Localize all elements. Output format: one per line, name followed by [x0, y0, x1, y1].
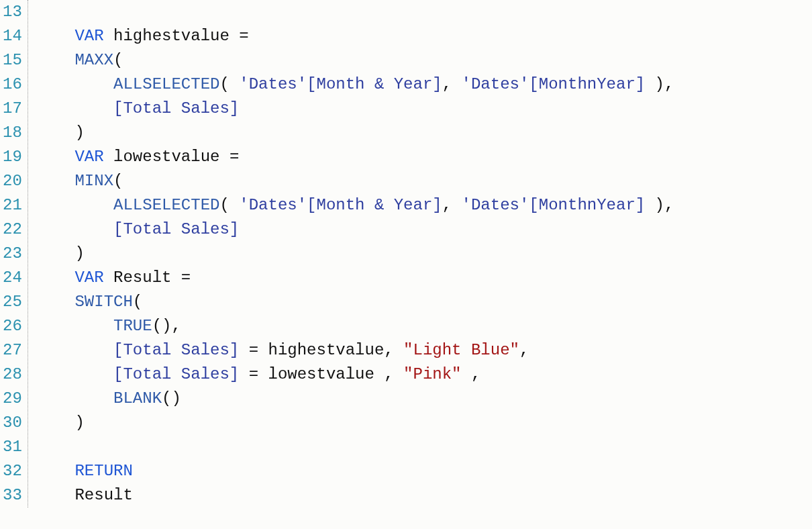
token-pun: ), [645, 75, 674, 93]
token-col: [Total Sales] [113, 99, 239, 117]
line-number: 19 [3, 145, 22, 169]
token-ident: lowestvalue [104, 148, 230, 166]
token-pun [36, 27, 75, 45]
token-pun [36, 293, 75, 311]
token-pun [36, 341, 113, 359]
token-pun [36, 486, 75, 504]
token-pun [36, 244, 75, 262]
token-ident: Result [104, 269, 181, 287]
code-line[interactable]: MINX( [36, 169, 812, 193]
token-ident: highestvalue [104, 27, 240, 45]
line-number: 15 [3, 48, 22, 73]
token-pun [36, 462, 75, 480]
code-line[interactable]: VAR lowestvalue = [36, 145, 812, 169]
token-str: "Pink" [403, 365, 461, 383]
code-line[interactable]: [Total Sales] [36, 97, 812, 121]
token-pun: ) [74, 414, 84, 432]
code-line[interactable]: [Total Sales] = highestvalue, "Light Blu… [36, 338, 812, 363]
token-str: "Light Blue" [403, 341, 519, 359]
token-pun [36, 365, 113, 383]
token-pun: ) [74, 124, 84, 142]
token-col: [Total Sales] [113, 365, 239, 383]
code-line[interactable]: VAR highestvalue = [36, 24, 812, 48]
line-number: 21 [3, 193, 22, 218]
token-pun: (), [152, 317, 181, 335]
line-number: 33 [3, 483, 22, 508]
token-pun [36, 172, 75, 190]
token-pun: ( [219, 196, 239, 214]
line-number: 14 [3, 24, 22, 48]
token-col: 'Dates'[MonthnYear] [462, 75, 646, 93]
code-line[interactable]: [Total Sales] = lowestvalue , "Pink" , [36, 363, 812, 387]
token-pun: = [181, 269, 191, 287]
token-ident: = highestvalue, [239, 341, 403, 359]
line-number: 29 [3, 387, 22, 411]
token-col: 'Dates'[Month & Year] [239, 75, 442, 93]
token-pun [36, 317, 113, 335]
code-line[interactable]: ) [36, 411, 812, 435]
token-kw: VAR [74, 148, 103, 166]
code-line[interactable]: TRUE(), [36, 314, 812, 338]
token-pun: ( [113, 51, 123, 69]
token-ident: Result [74, 486, 132, 504]
token-pun: ( [133, 293, 142, 311]
token-pun: , [442, 196, 462, 214]
token-fn: ALLSELECTED [113, 75, 219, 93]
token-col: [Total Sales] [113, 220, 239, 238]
token-pun: = [239, 27, 248, 45]
token-pun [36, 124, 75, 142]
token-pun [36, 75, 113, 93]
token-fn: SWITCH [74, 293, 132, 311]
code-line[interactable]: RETURN [36, 459, 812, 483]
token-pun: () [162, 389, 181, 407]
token-pun: ( [113, 172, 123, 190]
code-line[interactable] [36, 0, 812, 24]
line-number: 31 [3, 435, 22, 459]
token-col: [Total Sales] [113, 341, 239, 359]
line-number: 22 [3, 218, 22, 242]
token-pun: ( [219, 75, 239, 93]
token-pun [36, 148, 75, 166]
token-fn: TRUE [113, 317, 152, 335]
token-fn: BLANK [113, 389, 162, 407]
token-pun [36, 269, 75, 287]
code-line[interactable]: MAXX( [36, 48, 812, 73]
code-line[interactable]: ) [36, 242, 812, 266]
code-line[interactable]: SWITCH( [36, 290, 812, 314]
token-pun [36, 51, 75, 69]
code-line[interactable]: Result [36, 483, 812, 508]
line-number: 27 [3, 338, 22, 363]
token-pun [36, 389, 113, 407]
code-line[interactable]: [Total Sales] [36, 218, 812, 242]
token-col: 'Dates'[MonthnYear] [462, 196, 646, 214]
code-line[interactable]: BLANK() [36, 387, 812, 411]
code-editor[interactable]: 1314151617181920212223242526272829303132… [0, 0, 812, 508]
code-line[interactable]: ) [36, 121, 812, 145]
line-number: 17 [3, 97, 22, 121]
code-line[interactable] [36, 435, 812, 459]
line-number: 30 [3, 411, 22, 435]
token-kw: RETURN [74, 462, 132, 480]
token-pun [36, 99, 113, 117]
line-number: 18 [3, 121, 22, 145]
token-pun [36, 414, 75, 432]
token-pun: ), [645, 196, 674, 214]
line-number: 25 [3, 290, 22, 314]
line-number: 16 [3, 73, 22, 97]
line-number: 20 [3, 169, 22, 193]
token-fn: MAXX [74, 51, 113, 69]
token-pun [36, 220, 113, 238]
token-pun: , [462, 365, 481, 383]
code-line[interactable]: ALLSELECTED( 'Dates'[Month & Year], 'Dat… [36, 73, 812, 97]
token-col: 'Dates'[Month & Year] [239, 196, 442, 214]
code-line[interactable]: VAR Result = [36, 266, 812, 290]
line-number: 24 [3, 266, 22, 290]
line-number: 13 [3, 0, 22, 24]
token-fn: ALLSELECTED [113, 196, 219, 214]
token-fn: MINX [74, 172, 113, 190]
code-line[interactable]: ALLSELECTED( 'Dates'[Month & Year], 'Dat… [36, 193, 812, 218]
line-number: 26 [3, 314, 22, 338]
token-pun [36, 196, 113, 214]
code-content[interactable]: VAR highestvalue = MAXX( ALLSELECTED( 'D… [28, 0, 812, 508]
line-number-gutter: 1314151617181920212223242526272829303132… [0, 0, 28, 508]
